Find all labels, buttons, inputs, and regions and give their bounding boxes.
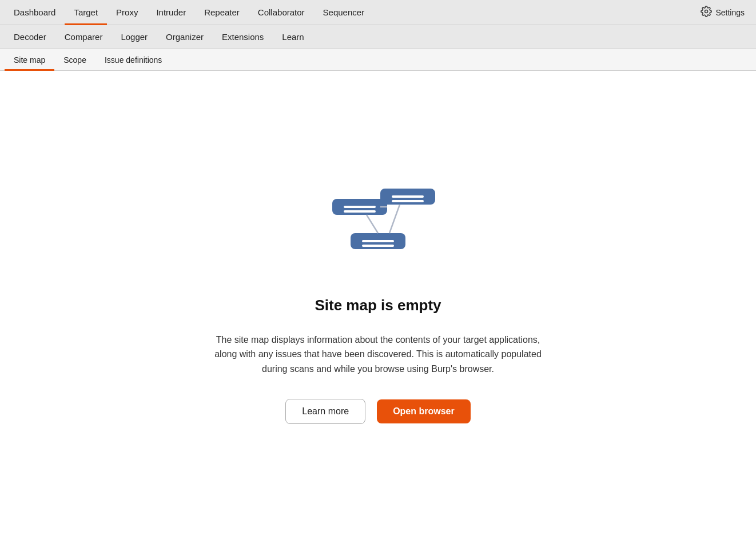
tab-site-map[interactable]: Site map: [5, 49, 54, 71]
settings-button[interactable]: Settings: [694, 0, 751, 25]
sub-navigation: Site map Scope Issue definitions: [0, 49, 756, 71]
nav-item-comparer[interactable]: Comparer: [55, 25, 112, 49]
open-browser-button[interactable]: Open browser: [377, 399, 471, 423]
nav-item-proxy[interactable]: Proxy: [107, 0, 147, 25]
tab-issue-definitions[interactable]: Issue definitions: [96, 49, 171, 71]
nav-item-logger[interactable]: Logger: [112, 25, 157, 49]
nav-item-target[interactable]: Target: [65, 0, 107, 25]
nav-item-collaborator[interactable]: Collaborator: [249, 0, 314, 25]
svg-point-0: [705, 10, 708, 13]
empty-state-title: Site map is empty: [315, 297, 441, 314]
svg-line-13: [367, 215, 378, 233]
nav-item-dashboard[interactable]: Dashboard: [5, 0, 65, 25]
empty-state-description: The site map displays information about …: [212, 333, 544, 377]
nav-item-repeater[interactable]: Repeater: [195, 0, 249, 25]
nav-item-sequencer[interactable]: Sequencer: [314, 0, 374, 25]
nav-item-intruder[interactable]: Intruder: [147, 0, 195, 25]
settings-label: Settings: [715, 8, 745, 17]
sitemap-illustration: [321, 183, 435, 276]
action-buttons: Learn more Open browser: [285, 399, 470, 424]
second-navigation: Decoder Comparer Logger Organizer Extens…: [0, 25, 756, 49]
nav-item-extensions[interactable]: Extensions: [213, 25, 273, 49]
top-navigation: Dashboard Target Proxy Intruder Repeater…: [0, 0, 756, 25]
nav-item-organizer[interactable]: Organizer: [157, 25, 213, 49]
svg-line-14: [389, 205, 400, 233]
gear-icon: [701, 6, 712, 19]
learn-more-button[interactable]: Learn more: [285, 399, 365, 424]
nav-item-decoder[interactable]: Decoder: [5, 25, 55, 49]
main-content: Site map is empty The site map displays …: [0, 71, 756, 536]
tab-scope[interactable]: Scope: [54, 49, 96, 71]
nav-item-learn[interactable]: Learn: [273, 25, 313, 49]
